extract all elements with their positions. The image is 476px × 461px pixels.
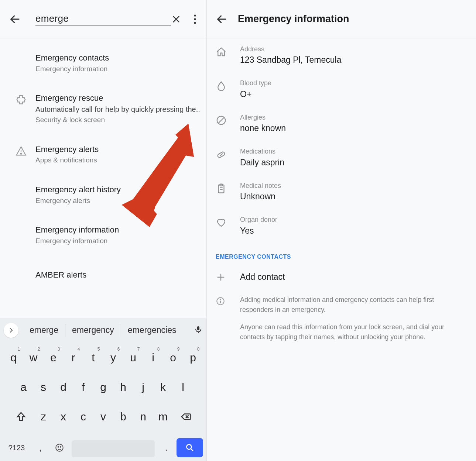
key-z[interactable]: z <box>35 404 52 429</box>
pill-icon <box>216 147 240 168</box>
section-emergency-contacts: EMERGENCY CONTACTS <box>207 243 476 263</box>
key-i[interactable]: i8 <box>144 345 162 370</box>
page-header: Emergency information <box>207 0 476 38</box>
key-u[interactable]: u7 <box>124 345 142 370</box>
blood-icon <box>216 79 240 100</box>
clipboard-icon <box>216 182 240 202</box>
emoji-key[interactable] <box>51 437 68 458</box>
key-d[interactable]: d <box>55 375 72 400</box>
key-e[interactable]: e3 <box>45 345 62 370</box>
search-header: emerge <box>0 0 206 38</box>
svg-point-10 <box>60 447 61 447</box>
info-row-pill[interactable]: MedicationsDaily asprin <box>207 141 476 175</box>
heart-icon <box>216 216 240 236</box>
suggestion[interactable]: emerge <box>23 326 65 334</box>
svg-point-1 <box>194 18 196 20</box>
info-value: Yes <box>240 225 467 237</box>
search-pane: emerge Emergency contacts Emergency info… <box>0 0 207 461</box>
info-label: Blood type <box>240 79 467 87</box>
key-y[interactable]: y6 <box>105 345 122 370</box>
key-h[interactable]: h <box>114 375 132 400</box>
key-s[interactable]: s <box>35 375 52 400</box>
info-value: Daily asprin <box>240 157 467 168</box>
svg-point-0 <box>194 14 196 16</box>
result-desc: Automatically call for help by quickly p… <box>35 104 201 114</box>
medical-icon <box>7 93 35 124</box>
help-text: Adding medical information and emergency… <box>207 291 476 342</box>
key-l[interactable]: l <box>174 375 192 400</box>
shift-key[interactable] <box>10 404 32 429</box>
info-value: 123 Sandbag Pl, Temecula <box>240 54 467 66</box>
key-p[interactable]: p0 <box>184 345 202 370</box>
key-v[interactable]: v <box>95 404 112 429</box>
back-icon[interactable] <box>216 13 228 25</box>
key-b[interactable]: b <box>114 404 132 429</box>
info-row-blood[interactable]: Blood typeO+ <box>207 72 476 106</box>
key-q[interactable]: q1 <box>5 345 23 370</box>
info-value: none known <box>240 123 467 134</box>
symbols-key[interactable]: ?123 <box>3 437 30 458</box>
result-title: Emergency rescue <box>35 93 201 104</box>
home-icon <box>216 45 240 66</box>
info-label: Medications <box>240 147 467 156</box>
svg-marker-7 <box>122 124 194 227</box>
result-title: Emergency contacts <box>35 52 201 63</box>
mic-icon[interactable] <box>194 325 203 336</box>
add-contact-label: Add contact <box>240 272 285 282</box>
info-row-prohibit[interactable]: Allergiesnone known <box>207 107 476 141</box>
page-title: Emergency information <box>238 13 349 25</box>
overflow-menu-icon[interactable] <box>194 14 196 24</box>
annotation-arrow-icon <box>118 122 196 241</box>
expand-suggestions-icon[interactable] <box>4 323 18 338</box>
info-row-heart[interactable]: Organ donorYes <box>207 209 476 243</box>
key-r[interactable]: r4 <box>65 345 82 370</box>
svg-point-3 <box>21 153 22 154</box>
suggestion[interactable]: emergencies <box>121 326 183 334</box>
back-icon[interactable] <box>9 13 21 25</box>
key-x[interactable]: x <box>55 404 72 429</box>
search-result[interactable]: Emergency contacts Emergency information <box>0 47 206 79</box>
info-row-clipboard[interactable]: Medical notesUnknown <box>207 175 476 209</box>
info-value: Unknown <box>240 191 467 202</box>
key-o[interactable]: o9 <box>164 345 182 370</box>
key-f[interactable]: f <box>75 375 92 400</box>
clear-icon[interactable] <box>171 14 181 24</box>
backspace-key[interactable] <box>174 404 197 429</box>
key-w[interactable]: w2 <box>25 345 42 370</box>
svg-point-8 <box>56 444 63 451</box>
space-key[interactable] <box>72 440 155 457</box>
info-icon <box>216 295 240 342</box>
key-k[interactable]: k <box>154 375 172 400</box>
result-sub: Emergency information <box>35 64 201 74</box>
search-input[interactable]: emerge <box>35 13 171 25</box>
key-g[interactable]: g <box>95 375 112 400</box>
svg-point-17 <box>220 299 221 300</box>
prohibit-icon <box>216 113 240 134</box>
info-label: Organ donor <box>240 216 467 224</box>
svg-point-11 <box>186 444 191 449</box>
alert-triangle-icon <box>7 144 35 165</box>
plus-icon <box>216 272 240 282</box>
add-contact-button[interactable]: Add contact <box>207 263 476 291</box>
key-c[interactable]: c <box>75 404 92 429</box>
keyboard-search-key[interactable] <box>177 438 203 457</box>
keyboard: emerge emergency emergencies q1w2e3r4t5y… <box>0 318 206 461</box>
key-j[interactable]: j <box>134 375 152 400</box>
key-n[interactable]: n <box>134 404 152 429</box>
comma-key[interactable]: , <box>32 437 48 458</box>
key-t[interactable]: t5 <box>85 345 102 370</box>
suggestion[interactable]: emergency <box>65 326 121 334</box>
info-label: Allergies <box>240 113 467 122</box>
svg-point-2 <box>194 22 196 24</box>
info-label: Medical notes <box>240 182 467 190</box>
key-m[interactable]: m <box>154 404 172 429</box>
info-label: Address <box>240 45 467 54</box>
info-value: O+ <box>240 89 467 100</box>
info-row-home[interactable]: Address123 Sandbag Pl, Temecula <box>207 38 476 72</box>
emergency-info-pane: Emergency information Address123 Sandbag… <box>207 0 476 461</box>
suggestion-bar: emerge emergency emergencies <box>0 318 206 342</box>
period-key[interactable]: . <box>158 437 174 458</box>
search-result[interactable]: AMBER alerts <box>0 259 206 286</box>
key-a[interactable]: a <box>15 375 32 400</box>
result-title: AMBER alerts <box>35 269 201 281</box>
